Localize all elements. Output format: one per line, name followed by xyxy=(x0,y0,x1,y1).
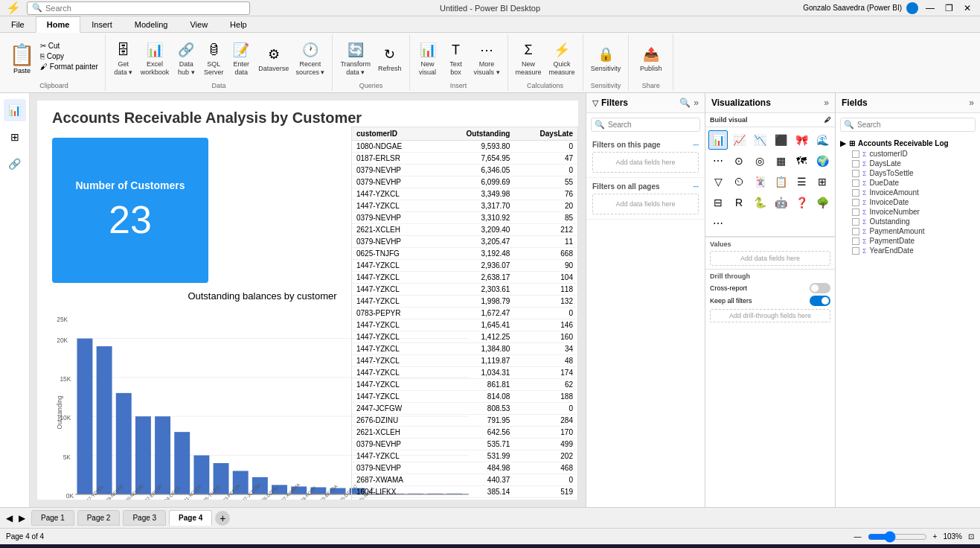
col-dayslate[interactable]: DaysLate xyxy=(514,127,577,141)
viz-ai-insights[interactable]: 🤖 xyxy=(771,193,790,212)
tab-home[interactable]: Home xyxy=(36,16,81,33)
field-item[interactable]: Σ InvoiceAmount xyxy=(840,188,976,197)
fields-search-input[interactable] xyxy=(857,121,972,129)
sql-button[interactable]: 🛢 SQLServer xyxy=(200,38,227,78)
fields-more-icon[interactable]: » xyxy=(969,98,974,108)
filter-search-input[interactable] xyxy=(608,121,696,129)
viz-filled-map[interactable]: 🌍 xyxy=(813,151,832,171)
field-item[interactable]: Σ DueDate xyxy=(840,178,976,188)
field-item[interactable]: Σ YearEndDate xyxy=(840,246,976,255)
field-checkbox[interactable] xyxy=(852,170,859,177)
nav-model-icon[interactable]: 🔗 xyxy=(4,153,26,175)
title-search-input[interactable] xyxy=(45,4,245,13)
filter-page-more[interactable]: ··· xyxy=(693,141,699,149)
format-painter-button[interactable]: 🖌 Format painter xyxy=(38,62,100,71)
page-tab-4[interactable]: Page 4 xyxy=(169,510,212,526)
tab-view[interactable]: View xyxy=(179,16,219,33)
enter-data-button[interactable]: 📝 Enterdata xyxy=(228,38,254,78)
field-checkbox[interactable] xyxy=(852,238,859,245)
sensitivity-button[interactable]: 🔒 Sensitivity xyxy=(588,42,624,74)
viz-treemap[interactable]: ▦ xyxy=(771,151,790,171)
field-checkbox[interactable] xyxy=(852,179,859,187)
title-search-box[interactable]: 🔍 xyxy=(27,1,250,15)
publish-button[interactable]: 📤 Publish xyxy=(637,42,665,74)
cross-report-toggle[interactable] xyxy=(810,283,830,293)
field-item[interactable]: Σ Outstanding xyxy=(840,217,976,226)
viz-map[interactable]: 🗺 xyxy=(792,151,811,171)
field-checkbox[interactable] xyxy=(852,189,859,197)
filters-search-icon[interactable]: 🔍 xyxy=(679,98,691,108)
viz-python[interactable]: 🐍 xyxy=(750,193,769,212)
field-group-header[interactable]: ▶ ⊞ Accounts Receivable Log xyxy=(840,138,976,149)
viz-more[interactable]: ⋯ xyxy=(708,214,728,233)
fields-search-box[interactable]: 🔍 xyxy=(840,118,976,132)
viz-more-icon[interactable]: » xyxy=(824,98,829,108)
nav-report-icon[interactable]: 📊 xyxy=(4,99,26,121)
col-customerid[interactable]: customerID xyxy=(352,127,435,141)
recent-sources-button[interactable]: 🕐 Recentsources ▾ xyxy=(292,38,327,78)
viz-bar-chart[interactable]: 📊 xyxy=(708,130,728,150)
build-visual-label[interactable]: Build visual xyxy=(710,116,748,124)
text-box-button[interactable]: T Textbox xyxy=(443,38,470,78)
viz-line-chart[interactable]: 📈 xyxy=(729,130,749,150)
format-visual-icon[interactable]: 🖌 xyxy=(824,116,830,124)
viz-qna[interactable]: ❓ xyxy=(792,193,811,212)
minimize-button[interactable]: — xyxy=(923,3,938,13)
paste-button[interactable]: 📋 Paste xyxy=(7,41,36,76)
field-item[interactable]: Σ customerID xyxy=(840,149,976,159)
field-item[interactable]: Σ DaysToSettle xyxy=(840,168,976,178)
filter-all-more[interactable]: ··· xyxy=(693,183,699,191)
excel-button[interactable]: 📊 Excelworkbook xyxy=(138,38,173,78)
viz-funnel[interactable]: ▽ xyxy=(708,172,728,191)
viz-matrix[interactable]: ⊟ xyxy=(708,193,728,212)
viz-slicer[interactable]: ☰ xyxy=(792,172,811,191)
viz-scatter[interactable]: ⋯ xyxy=(708,151,728,171)
add-page-button[interactable]: + xyxy=(215,511,230,526)
viz-gauge[interactable]: ⏲ xyxy=(729,172,749,191)
viz-area-chart[interactable]: 📉 xyxy=(750,130,769,150)
fit-page-icon[interactable]: ⊡ xyxy=(968,532,974,541)
field-item[interactable]: Σ InvoiceDate xyxy=(840,197,976,207)
viz-table[interactable]: ⊞ xyxy=(813,172,832,191)
tab-file[interactable]: File xyxy=(0,16,36,33)
data-table-container[interactable]: customerID Outstanding DaysLate 1080-NDG… xyxy=(351,127,578,500)
copy-button[interactable]: ⎘ Copy xyxy=(38,51,100,61)
tab-help[interactable]: Help xyxy=(219,16,258,33)
viz-kpi[interactable]: 📋 xyxy=(771,172,790,191)
field-item[interactable]: Σ DaysLate xyxy=(840,159,976,168)
field-item[interactable]: Σ PaymentDate xyxy=(840,236,976,246)
nav-data-icon[interactable]: ⊞ xyxy=(4,126,26,148)
page-nav-right[interactable]: ▶ xyxy=(19,513,25,523)
viz-r-script[interactable]: R xyxy=(729,193,749,212)
tab-insert[interactable]: Insert xyxy=(80,16,124,33)
refresh-button[interactable]: ↻ Refresh xyxy=(375,42,405,74)
viz-combo-chart[interactable]: ⬛ xyxy=(771,130,790,150)
field-item[interactable]: Σ PaymentAmount xyxy=(840,226,976,236)
dataverse-button[interactable]: ⚙ Dataverse xyxy=(255,42,292,74)
number-card[interactable]: Number of Customers 23 xyxy=(52,138,208,283)
viz-donut[interactable]: ◎ xyxy=(750,151,769,171)
transform-data-button[interactable]: 🔄 Transformdata ▾ xyxy=(337,38,374,78)
viz-ribbon-chart[interactable]: 🎀 xyxy=(792,130,811,150)
filter-search-box[interactable]: 🔍 xyxy=(591,118,700,132)
field-checkbox[interactable] xyxy=(852,199,859,206)
field-checkbox[interactable] xyxy=(852,228,859,235)
keep-filters-toggle[interactable] xyxy=(810,296,830,306)
field-item[interactable]: Σ InvoiceNumber xyxy=(840,207,976,217)
zoom-out-icon[interactable]: — xyxy=(854,532,862,541)
viz-waterfall[interactable]: 🌊 xyxy=(813,130,832,150)
page-nav-left[interactable]: ◀ xyxy=(6,513,13,523)
close-button[interactable]: ✕ xyxy=(961,3,974,13)
get-data-button[interactable]: 🗄 Getdata ▾ xyxy=(110,38,137,78)
field-checkbox[interactable] xyxy=(852,150,859,158)
page-tab-1[interactable]: Page 1 xyxy=(31,510,74,526)
cut-button[interactable]: ✂ Cut xyxy=(38,41,100,51)
new-measure-button[interactable]: Σ Newmeasure xyxy=(513,38,545,78)
col-outstanding[interactable]: Outstanding xyxy=(435,127,514,141)
data-hub-button[interactable]: 🔗 Datahub ▾ xyxy=(173,38,199,78)
values-add-btn[interactable]: Add data fields here xyxy=(710,251,830,266)
maximize-button[interactable]: ❐ xyxy=(942,3,956,13)
viz-pie[interactable]: ⊙ xyxy=(729,151,749,171)
new-visual-button[interactable]: 📊 Newvisual xyxy=(414,38,441,78)
filters-more-icon[interactable]: » xyxy=(694,98,699,108)
